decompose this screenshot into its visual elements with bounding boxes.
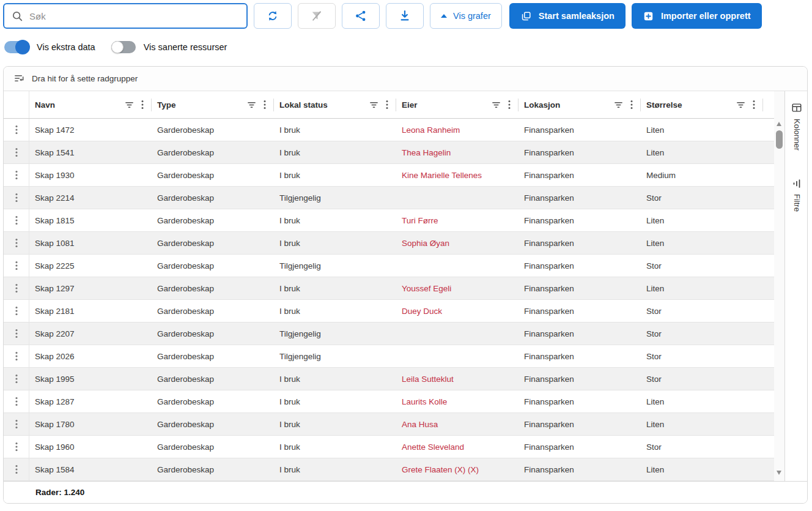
column-header-lokal-status[interactable]: Lokal status xyxy=(274,91,396,118)
row-menu-button[interactable] xyxy=(4,255,29,277)
cell-eier[interactable]: Ana Husa xyxy=(396,413,519,435)
column-header-eier[interactable]: Eier xyxy=(396,91,519,118)
row-menu-button[interactable] xyxy=(4,458,29,480)
row-menu-button[interactable] xyxy=(4,277,29,299)
data-grid: Dra hit for å sette radgrupper NavnTypeL… xyxy=(3,66,808,504)
cell-eier[interactable]: Leona Ranheim xyxy=(396,119,519,141)
column-menu-icon[interactable] xyxy=(141,100,144,110)
vertical-scrollbar[interactable] xyxy=(774,91,784,481)
scroll-up-icon[interactable] xyxy=(777,122,781,126)
cell-eier[interactable]: Youssef Egeli xyxy=(396,277,519,299)
row-menu-button[interactable] xyxy=(4,345,29,367)
tab-filtre[interactable]: Filtre xyxy=(792,179,802,212)
row-menu-icon xyxy=(15,419,18,429)
column-header-lokasjon[interactable]: Lokasjon xyxy=(519,91,641,118)
column-header-label: Lokal status xyxy=(279,100,369,110)
column-header-label: Type xyxy=(157,100,247,110)
row-menu-button[interactable] xyxy=(4,209,29,231)
cell-status: I bruk xyxy=(274,209,396,231)
column-filter-icon[interactable] xyxy=(125,100,134,110)
row-menu-icon xyxy=(15,351,18,361)
cell-type: Garderobeskap xyxy=(152,187,274,209)
share-button[interactable] xyxy=(342,3,380,29)
row-menu-button[interactable] xyxy=(4,119,29,141)
cell-eier[interactable]: Kine Marielle Tellenes xyxy=(396,164,519,186)
column-menu-icon[interactable] xyxy=(386,100,388,110)
row-menu-button[interactable] xyxy=(4,436,29,458)
cell-navn: Skap 2026 xyxy=(29,345,152,367)
table-row: Skap 1297GarderobeskapI brukYoussef Egel… xyxy=(4,277,774,300)
row-menu-button[interactable] xyxy=(4,164,29,186)
caret-up-icon xyxy=(441,14,447,18)
vis-ekstra-data-toggle[interactable] xyxy=(4,41,29,53)
row-menu-button[interactable] xyxy=(4,390,29,412)
cell-type: Garderobeskap xyxy=(152,413,274,435)
row-menu-button[interactable] xyxy=(4,300,29,322)
search-box[interactable] xyxy=(3,3,248,29)
cell-storrelse: Liten xyxy=(641,209,763,231)
scrollbar-thumb[interactable] xyxy=(776,130,783,149)
importer-button[interactable]: Importer eller opprett xyxy=(632,3,762,29)
column-menu-icon[interactable] xyxy=(508,100,511,110)
clear-filter-button[interactable] xyxy=(298,3,336,29)
column-filter-icon[interactable] xyxy=(492,100,501,110)
cell-status: I bruk xyxy=(274,164,396,186)
cell-lokasjon: Finansparken xyxy=(519,368,641,390)
column-header-label: Lokasjon xyxy=(524,100,614,110)
cell-eier[interactable]: Anette Sleveland xyxy=(396,436,519,458)
cell-navn: Skap 1815 xyxy=(29,209,152,231)
cell-eier xyxy=(396,345,519,367)
column-menu-icon[interactable] xyxy=(630,100,633,110)
clear-filter-icon xyxy=(310,9,323,23)
cell-eier[interactable]: Grete Flaaten (X) (X) xyxy=(396,458,519,480)
row-menu-button[interactable] xyxy=(4,141,29,163)
column-menu-icon[interactable] xyxy=(753,100,755,110)
cell-type: Garderobeskap xyxy=(152,323,274,345)
cell-lokasjon: Finansparken xyxy=(519,390,641,412)
column-filter-icon[interactable] xyxy=(736,100,745,110)
refresh-button[interactable] xyxy=(254,3,292,29)
start-samleaksjon-button[interactable]: Start samleaksjon xyxy=(509,3,626,29)
row-group-drop-zone[interactable]: Dra hit for å sette radgrupper xyxy=(4,67,807,91)
row-menu-button[interactable] xyxy=(4,323,29,345)
cell-type: Garderobeskap xyxy=(152,300,274,322)
table-row: Skap 1815GarderobeskapI brukTuri FørreFi… xyxy=(4,209,774,232)
cell-status: Tilgjengelig xyxy=(274,255,396,277)
tab-kolonner[interactable]: Kolonner xyxy=(791,102,802,151)
row-menu-button[interactable] xyxy=(4,413,29,435)
column-menu-icon[interactable] xyxy=(264,100,266,110)
cell-storrelse: Liten xyxy=(641,390,763,412)
row-menu-icon xyxy=(15,170,18,180)
toggle-row: Vis ekstra data Vis sanerte ressurser xyxy=(4,39,808,55)
download-button[interactable] xyxy=(386,3,424,29)
row-menu-button[interactable] xyxy=(4,232,29,254)
cell-eier[interactable]: Duey Duck xyxy=(396,300,519,322)
cell-storrelse: Liten xyxy=(641,413,763,435)
cell-navn: Skap 1930 xyxy=(29,164,152,186)
row-menu-button[interactable] xyxy=(4,368,29,390)
search-icon xyxy=(12,10,23,22)
cell-eier[interactable]: Turi Førre xyxy=(396,209,519,231)
cell-navn: Skap 1472 xyxy=(29,119,152,141)
search-input[interactable] xyxy=(29,11,239,21)
column-filter-icon[interactable] xyxy=(614,100,623,110)
cell-eier[interactable]: Laurits Kolle xyxy=(396,390,519,412)
column-filter-icon[interactable] xyxy=(247,100,256,110)
cell-eier[interactable]: Leila Sutteklut xyxy=(396,368,519,390)
column-filter-icon[interactable] xyxy=(369,100,378,110)
cell-navn: Skap 1287 xyxy=(29,390,152,412)
cell-storrelse: Liten xyxy=(641,458,763,480)
column-header-navn[interactable]: Navn xyxy=(29,91,152,118)
column-header-størrelse[interactable]: Størrelse xyxy=(641,91,763,118)
cell-eier[interactable]: Sophia Øyan xyxy=(396,232,519,254)
column-header-label: Eier xyxy=(402,100,492,110)
table-row: Skap 1780GarderobeskapI brukAna HusaFina… xyxy=(4,413,774,436)
scroll-down-icon[interactable] xyxy=(777,471,781,475)
cell-eier[interactable]: Thea Hagelin xyxy=(396,141,519,163)
cell-navn: Skap 1780 xyxy=(29,413,152,435)
table-row: Skap 1287GarderobeskapI brukLaurits Koll… xyxy=(4,390,774,413)
row-menu-button[interactable] xyxy=(4,187,29,209)
vis-grafer-button[interactable]: Vis grafer xyxy=(430,3,502,29)
vis-sanerte-ressurser-toggle[interactable] xyxy=(111,41,136,53)
column-header-type[interactable]: Type xyxy=(152,91,274,118)
